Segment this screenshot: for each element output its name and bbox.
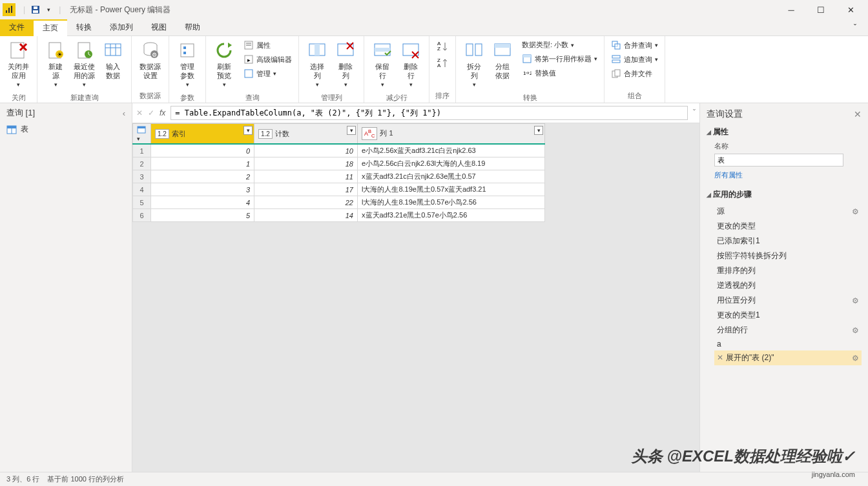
- cell-index[interactable]: 5: [151, 209, 254, 222]
- datasource-icon: ⚙: [140, 40, 161, 61]
- combine-icon: [611, 68, 621, 79]
- filter-dropdown-icon[interactable]: ▾: [347, 126, 356, 135]
- combine-files-button[interactable]: 合并文件: [608, 67, 661, 80]
- tab-add-column[interactable]: 添加列: [101, 19, 142, 36]
- close-button[interactable]: ✕: [836, 0, 865, 19]
- column-header-count[interactable]: 1.2计数▾: [254, 124, 358, 145]
- filter-dropdown-icon[interactable]: ▾: [534, 126, 543, 135]
- cell-text[interactable]: x蓝天adf3.21c白云njk2.63e黑土0.57: [358, 170, 545, 183]
- applied-step[interactable]: ✕展开的"表 (2)"⚙: [714, 350, 862, 365]
- formula-dropdown-icon[interactable]: ˇ: [693, 108, 696, 117]
- tab-file[interactable]: 文件: [0, 19, 34, 36]
- manage-button[interactable]: 管理 ▾: [241, 67, 294, 80]
- cell-index[interactable]: 2: [151, 170, 254, 183]
- split-column-button[interactable]: 拆分 列▾: [460, 39, 488, 90]
- gear-icon[interactable]: ⚙: [852, 207, 859, 216]
- status-cols-rows: 3 列、6 行: [6, 474, 39, 484]
- select-all-header[interactable]: ▾: [133, 124, 151, 145]
- cell-text[interactable]: l大海的人生8.19e黑土0.57e小鸟2.56: [358, 196, 545, 209]
- table-row[interactable]: 6 5 14 x蓝天adf3.21e黑土0.57e小鸟2.56: [133, 209, 545, 222]
- query-item[interactable]: 表: [0, 121, 132, 137]
- group-by-button[interactable]: 分组 依据: [488, 39, 517, 81]
- applied-step[interactable]: 按照字符转换拆分列: [714, 248, 862, 263]
- properties-button[interactable]: 属性: [241, 39, 294, 52]
- cell-count[interactable]: 10: [254, 144, 358, 157]
- cell-count[interactable]: 18: [254, 157, 358, 170]
- cell-count[interactable]: 22: [254, 196, 358, 209]
- applied-step[interactable]: 更改的类型: [714, 219, 862, 234]
- enter-data-button[interactable]: 输入 数据: [99, 39, 127, 81]
- collapse-left-icon[interactable]: ‹: [123, 108, 125, 118]
- gear-icon[interactable]: ⚙: [852, 354, 859, 363]
- cell-text[interactable]: e小鸟2.56c白云njk2.63l大海的人生8.19: [358, 157, 545, 170]
- cell-index[interactable]: 3: [151, 183, 254, 196]
- recent-source-button[interactable]: 最近使 用的源▾: [70, 39, 99, 90]
- table-row[interactable]: 5 4 22 l大海的人生8.19e黑土0.57e小鸟2.56: [133, 196, 545, 209]
- table-row[interactable]: 3 2 11 x蓝天adf3.21c白云njk2.63e黑土0.57: [133, 170, 545, 183]
- maximize-button[interactable]: ☐: [806, 0, 836, 19]
- cancel-formula-icon[interactable]: ✕: [136, 108, 143, 117]
- gear-icon[interactable]: ⚙: [852, 296, 859, 305]
- merge-queries-button[interactable]: 合并查询 ▾: [608, 39, 661, 52]
- tab-view[interactable]: 视图: [142, 19, 176, 36]
- replace-values-button[interactable]: 12替换值: [519, 66, 600, 79]
- tab-transform[interactable]: 转换: [67, 19, 101, 36]
- remove-columns-button[interactable]: 删除 列▾: [331, 39, 360, 90]
- refresh-preview-button[interactable]: 刷新 预览▾: [210, 39, 238, 90]
- qat-dropdown-icon[interactable]: ▾: [43, 5, 54, 15]
- step-label: a: [717, 339, 721, 349]
- collapse-ribbon-icon[interactable]: ˇ: [849, 21, 862, 34]
- cell-index[interactable]: 0: [151, 144, 254, 157]
- column-header-index[interactable]: 1.2索引▾: [151, 124, 254, 145]
- tab-help[interactable]: 帮助: [176, 19, 209, 36]
- applied-step[interactable]: 源⚙: [714, 204, 862, 219]
- cell-count[interactable]: 11: [254, 170, 358, 183]
- datasource-settings-button[interactable]: ⚙数据源 设置: [136, 39, 165, 81]
- cell-index[interactable]: 1: [151, 157, 254, 170]
- table-row[interactable]: 1 0 10 e小鸟2.56x蓝天adf3.21c白云njk2.63: [133, 144, 545, 157]
- close-settings-icon[interactable]: ✕: [854, 109, 862, 119]
- query-name-input[interactable]: [714, 154, 843, 167]
- append-queries-button[interactable]: 追加查询 ▾: [608, 53, 661, 66]
- advanced-editor-button[interactable]: ▸高级编辑器: [241, 53, 294, 66]
- new-source-button[interactable]: ☀新建 源▾: [41, 39, 70, 90]
- cell-count[interactable]: 14: [254, 209, 358, 222]
- applied-steps-header[interactable]: 应用的步骤: [707, 189, 862, 200]
- applied-step[interactable]: 用位置分列⚙: [714, 293, 862, 308]
- sort-asc-button[interactable]: AZ: [433, 39, 451, 54]
- fx-icon[interactable]: fx: [160, 108, 165, 117]
- datatype-button[interactable]: 数据类型: 小数 ▾: [519, 39, 600, 51]
- sort-desc-button[interactable]: ZA: [433, 56, 451, 71]
- applied-step[interactable]: a: [714, 338, 862, 350]
- status-profiling: 基于前 1000 行的列分析: [47, 474, 124, 484]
- gear-icon[interactable]: ⚙: [852, 326, 859, 335]
- cell-text[interactable]: l大海的人生8.19e黑土0.57x蓝天adf3.21: [358, 183, 545, 196]
- accept-formula-icon[interactable]: ✓: [148, 108, 154, 117]
- first-row-header-button[interactable]: 将第一行用作标题 ▾: [519, 52, 600, 65]
- all-properties-link[interactable]: 所有属性: [707, 170, 862, 180]
- applied-step[interactable]: 重排序的列: [714, 263, 862, 278]
- remove-rows-button[interactable]: 删除 行▾: [397, 39, 425, 90]
- table-row[interactable]: 2 1 18 e小鸟2.56c白云njk2.63l大海的人生8.19: [133, 157, 545, 170]
- cell-count[interactable]: 17: [254, 183, 358, 196]
- cell-text[interactable]: x蓝天adf3.21e黑土0.57e小鸟2.56: [358, 209, 545, 222]
- applied-step[interactable]: 分组的行⚙: [714, 323, 862, 338]
- cell-text[interactable]: e小鸟2.56x蓝天adf3.21c白云njk2.63: [358, 144, 545, 157]
- manage-params-button[interactable]: 管理 参数▾: [173, 39, 202, 90]
- column-header-col1[interactable]: ABC列 1▾: [358, 124, 545, 145]
- cell-index[interactable]: 4: [151, 196, 254, 209]
- close-apply-button[interactable]: 关闭并 应用▾: [4, 39, 33, 90]
- applied-step[interactable]: 更改的类型1: [714, 308, 862, 323]
- table-row[interactable]: 4 3 17 l大海的人生8.19e黑土0.57x蓝天adf3.21: [133, 183, 545, 196]
- save-icon[interactable]: [30, 5, 41, 15]
- choose-columns-button[interactable]: 选择 列▾: [303, 39, 331, 90]
- minimize-button[interactable]: ─: [776, 0, 806, 19]
- applied-step[interactable]: 逆透视的列: [714, 278, 862, 293]
- applied-step[interactable]: 已添加索引1: [714, 234, 862, 248]
- header-icon: [522, 54, 532, 64]
- properties-section-header[interactable]: 属性: [707, 127, 862, 137]
- tab-home[interactable]: 主页: [34, 19, 67, 36]
- filter-dropdown-icon[interactable]: ▾: [243, 126, 253, 135]
- keep-rows-button[interactable]: 保留 行▾: [368, 39, 397, 90]
- formula-input[interactable]: [170, 106, 688, 120]
